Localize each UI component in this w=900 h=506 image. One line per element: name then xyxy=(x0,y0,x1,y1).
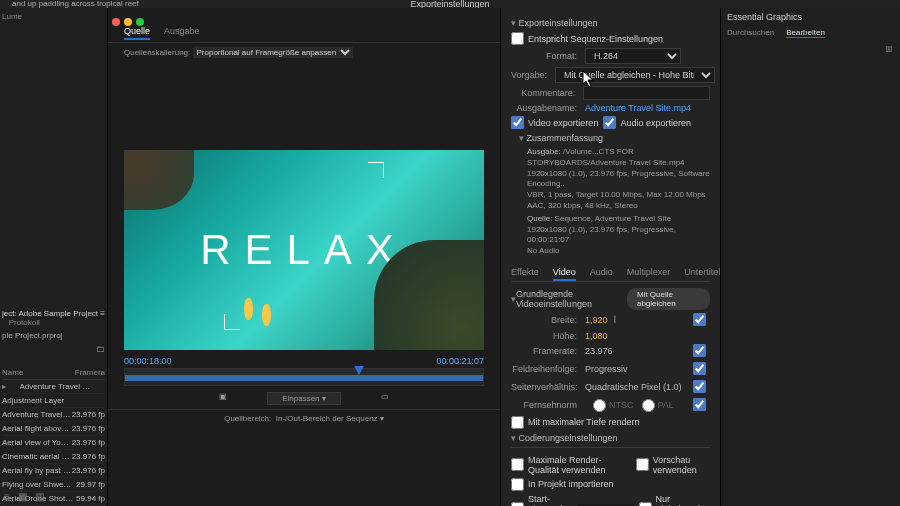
par-label: Seitenverhältnis: xyxy=(511,382,585,392)
export-video-checkbox[interactable] xyxy=(511,116,524,129)
alpha-only-checkbox[interactable] xyxy=(639,502,652,506)
essential-graphics-header[interactable]: Essential Graphics xyxy=(727,12,894,22)
project-item[interactable]: Aerial view of Young traveling wom23.976… xyxy=(2,436,105,450)
col-name[interactable]: Name xyxy=(2,368,23,377)
height-label: Höhe: xyxy=(511,331,585,341)
match-source-button[interactable]: Mit Quelle abgleichen xyxy=(627,288,710,310)
tab-video[interactable]: Video xyxy=(553,265,576,281)
preset-select[interactable]: Mit Quelle abgleichen - Hohe Bitrate xyxy=(555,67,715,83)
project-file-name: ple Project.prproj xyxy=(2,331,105,340)
project-item[interactable]: Cinematic aerial view of couple sta23.97… xyxy=(2,450,105,464)
tab-multiplexer[interactable]: Multiplexer xyxy=(627,265,671,281)
format-label: Format: xyxy=(511,51,585,61)
list-view-icon[interactable]: ≡ xyxy=(4,491,10,502)
framerate-value[interactable]: 23.976 xyxy=(585,346,613,356)
icon-view-icon[interactable]: ▦ xyxy=(18,491,27,502)
project-item[interactable]: Adventure Travel Site xyxy=(2,380,105,394)
export-settings-panel: Exporteinstellungen Entspricht Sequenz-E… xyxy=(500,8,720,506)
crop-icon[interactable]: ▣ xyxy=(219,392,227,405)
tab-source[interactable]: Quelle xyxy=(124,24,150,40)
preview-text-overlay: RELAX xyxy=(200,226,408,274)
source-range-label: Quellbereich: xyxy=(224,414,271,423)
width-match-checkbox[interactable] xyxy=(693,313,706,326)
encoding-settings-header[interactable]: Codierungseinstellungen xyxy=(511,433,710,443)
project-panel-header[interactable]: ject: Adobe Sample Project ≡ Protokoll xyxy=(2,309,105,327)
comment-label: Kommentare: xyxy=(511,88,583,98)
framerate-label: Framerate: xyxy=(511,346,585,356)
in-timecode[interactable]: 00:00:18:00 xyxy=(124,356,172,366)
playhead-icon[interactable] xyxy=(354,366,364,375)
summary-header[interactable]: Zusammenfassung xyxy=(519,133,710,143)
sequence-name-truncated: and up paddling across tropical reef xyxy=(12,0,139,8)
source-range-select[interactable]: In-/Out-Bereich der Sequenz ▾ xyxy=(276,414,384,423)
export-audio-checkbox[interactable] xyxy=(603,116,616,129)
max-depth-checkbox[interactable] xyxy=(511,416,524,429)
bin-icon[interactable]: 🗀 xyxy=(2,344,105,354)
source-scaling-label: Quellenskalierung: xyxy=(124,48,190,57)
range-slider[interactable] xyxy=(124,368,484,386)
close-window-icon[interactable] xyxy=(112,18,120,26)
comment-input[interactable] xyxy=(583,86,710,100)
par-value[interactable]: Quadratische Pixel (1.0) xyxy=(585,382,682,392)
new-layer-icon[interactable]: 🗏 xyxy=(727,44,894,54)
framerate-match-checkbox[interactable] xyxy=(693,344,706,357)
ntsc-radio[interactable] xyxy=(593,399,606,412)
minimize-window-icon[interactable] xyxy=(124,18,132,26)
field-match-checkbox[interactable] xyxy=(693,362,706,375)
tab-output[interactable]: Ausgabe xyxy=(164,24,200,40)
tab-captions[interactable]: Untertitel xyxy=(684,265,720,281)
preset-label: Vorgabe: xyxy=(511,70,555,80)
fit-dropdown[interactable]: Einpassen ▾ xyxy=(267,392,341,405)
basic-video-header[interactable]: Grundlegende Videoeinstellungen Mit Quel… xyxy=(511,288,710,310)
tv-match-checkbox[interactable] xyxy=(693,398,706,411)
project-item[interactable]: Adjustment Layer xyxy=(2,394,105,408)
link-dimensions-icon[interactable]: 𝄃 xyxy=(614,315,616,326)
out-timecode[interactable]: 00:00:21:07 xyxy=(436,356,484,366)
export-audio-label: Audio exportieren xyxy=(620,118,691,128)
match-sequence-label: Entspricht Sequenz-Einstellungen xyxy=(528,34,663,44)
eg-tab-browse[interactable]: Durchsuchen xyxy=(727,28,774,38)
project-item[interactable]: Aerial fly by past man and truck on23.97… xyxy=(2,464,105,478)
col-fps[interactable]: Framera xyxy=(75,368,105,377)
par-match-checkbox[interactable] xyxy=(693,380,706,393)
export-video-label: Video exportieren xyxy=(528,118,598,128)
width-label: Breite: xyxy=(511,315,585,325)
eg-tab-edit[interactable]: Bearbeiten xyxy=(786,28,825,38)
tab-audio[interactable]: Audio xyxy=(590,265,613,281)
project-item[interactable]: Aerial flight above people hiking al23.9… xyxy=(2,422,105,436)
pal-radio[interactable] xyxy=(642,399,655,412)
field-order-label: Feldreihenfolge: xyxy=(511,364,585,374)
max-quality-checkbox[interactable] xyxy=(511,458,524,471)
height-value[interactable]: 1,080 xyxy=(585,331,608,341)
field-order-value[interactable]: Progressiv xyxy=(585,364,628,374)
format-select[interactable]: H.264 xyxy=(585,48,681,64)
lumetri-hint: Lume xyxy=(2,12,105,21)
start-tc-checkbox[interactable] xyxy=(511,502,524,506)
project-panel: Lume ject: Adobe Sample Project ≡ Protok… xyxy=(0,8,108,506)
export-settings-header[interactable]: Exporteinstellungen xyxy=(511,18,710,28)
tv-standard-label: Fernsehnorm xyxy=(511,400,585,410)
maximize-window-icon[interactable] xyxy=(136,18,144,26)
use-previews-checkbox[interactable] xyxy=(636,458,649,471)
match-sequence-checkbox[interactable] xyxy=(511,32,524,45)
max-depth-label: Mit maximaler Tiefe rendern xyxy=(528,417,640,427)
essential-graphics-panel: Essential Graphics Durchsuchen Bearbeite… xyxy=(720,8,900,506)
tab-effects[interactable]: Effekte xyxy=(511,265,539,281)
width-value[interactable]: 1,920 xyxy=(585,315,608,325)
source-scaling-select[interactable]: Proportional auf Framegröße anpassen xyxy=(193,47,353,58)
output-name-label: Ausgabename: xyxy=(511,103,585,113)
freeform-view-icon[interactable]: ▥ xyxy=(35,491,44,502)
output-name-link[interactable]: Adventure Travel Site.mp4 xyxy=(585,103,691,113)
project-item[interactable]: Adventure Travel Site23.976 fp xyxy=(2,408,105,422)
project-item[interactable]: Flying over Shwesandaw Pagoda a29.97 fp xyxy=(2,478,105,492)
aspect-icon[interactable]: ▭ xyxy=(381,392,389,405)
preview-frame: RELAX xyxy=(124,150,484,350)
import-project-checkbox[interactable] xyxy=(511,478,524,491)
export-preview-panel: Quelle Ausgabe Quellenskalierung: Propor… xyxy=(108,8,500,506)
